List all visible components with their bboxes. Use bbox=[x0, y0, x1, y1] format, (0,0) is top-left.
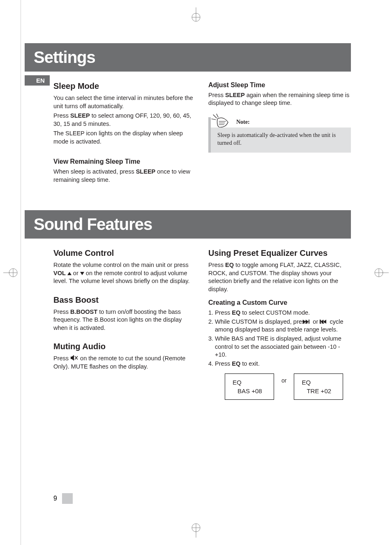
text-fragment: Press bbox=[53, 112, 70, 119]
volume-control-p1: Rotate the volume control on the main un… bbox=[53, 261, 196, 285]
bass-boost-heading: Bass Boost bbox=[53, 295, 196, 306]
svg-rect-21 bbox=[309, 320, 309, 324]
note-hand-icon bbox=[211, 113, 231, 134]
bboost-button-label: B.BOOST bbox=[70, 308, 97, 315]
eq-display-line2: BAS +08 bbox=[233, 387, 264, 395]
custom-step-4: 4. Press EQ to exit. bbox=[208, 360, 351, 368]
text-fragment: Press bbox=[208, 92, 225, 98]
text-fragment: 4. Press bbox=[208, 360, 232, 367]
sleep-mode-p3: The SLEEP icon lights on the display whe… bbox=[53, 130, 196, 146]
volume-control-heading: Volume Control bbox=[53, 248, 196, 259]
custom-step-2: 2. While CUSTOM is displayed, press or t… bbox=[208, 318, 351, 334]
svg-rect-22 bbox=[320, 320, 321, 324]
muting-audio-heading: Muting Audio bbox=[53, 341, 196, 352]
triangle-down-icon bbox=[80, 272, 84, 275]
page-number: 9 bbox=[53, 495, 57, 502]
sleep-mode-p1: You can select the time interval in minu… bbox=[53, 94, 196, 110]
note-label: Note: bbox=[211, 117, 351, 128]
page-number-area: 9 bbox=[53, 493, 73, 504]
svg-line-16 bbox=[213, 115, 217, 118]
triangle-up-icon bbox=[67, 272, 71, 275]
custom-curve-list: 1. Press EQ to select CUSTOM mode. 2. Wh… bbox=[208, 309, 351, 368]
eq-display-tre: EQ TRE +02 bbox=[294, 373, 343, 400]
eq-display-line1: EQ bbox=[233, 378, 264, 387]
crop-mark-right bbox=[372, 264, 389, 281]
sleep-button-label: SLEEP bbox=[70, 112, 90, 119]
vol-button-label: VOL bbox=[53, 270, 66, 276]
sleep-mode-heading: Sleep Mode bbox=[53, 81, 196, 92]
eq-button-label: EQ bbox=[225, 262, 234, 268]
sound-title: Sound Features bbox=[34, 215, 342, 234]
text-fragment: Press bbox=[53, 355, 70, 362]
crop-mark-bottom bbox=[188, 521, 204, 538]
preset-eq-heading: Using Preset Equalizer Curves bbox=[208, 248, 351, 259]
eq-display-line1: EQ bbox=[302, 378, 333, 387]
note-label-text: Note: bbox=[236, 119, 250, 125]
text-fragment: 2. While CUSTOM is displayed, press bbox=[208, 318, 309, 325]
text-fragment: 1. Press bbox=[208, 309, 232, 316]
bass-boost-p1: Press B.BOOST to turn on/off boosting th… bbox=[53, 308, 196, 332]
text-fragment: to select CUSTOM mode. bbox=[240, 309, 310, 316]
svg-line-18 bbox=[217, 114, 218, 117]
sleep-button-label: SLEEP bbox=[136, 168, 156, 175]
crop-mark-top bbox=[188, 7, 204, 24]
settings-header-bar: Settings bbox=[25, 43, 351, 72]
note-body: Sleep is automatically de-activated when… bbox=[217, 132, 344, 147]
eq-display-line2: TRE +02 bbox=[302, 387, 333, 395]
view-remaining-heading: View Remaining Sleep Time bbox=[53, 157, 196, 166]
custom-step-3: 3. While BAS and TRE is displayed, adjus… bbox=[208, 335, 351, 359]
preset-eq-p1: Press EQ to toggle among FLAT, JAZZ, CLA… bbox=[208, 261, 351, 293]
sleep-button-label: SLEEP bbox=[225, 92, 245, 98]
or-label: or bbox=[281, 377, 286, 397]
custom-curve-heading: Creating a Custom Curve bbox=[208, 298, 351, 307]
muting-audio-p1: Press on the remote to cut the sound (Re… bbox=[53, 355, 196, 371]
language-tab: EN bbox=[25, 75, 50, 86]
sleep-mode-p2: Press SLEEP to select among OFF, 120, 90… bbox=[53, 112, 196, 128]
text-fragment: or bbox=[71, 270, 80, 276]
eq-displays: EQ BAS +08 or EQ TRE +02 bbox=[225, 373, 351, 400]
text-fragment: Press bbox=[53, 308, 70, 315]
eq-display-bas: EQ BAS +08 bbox=[225, 373, 274, 400]
mute-icon bbox=[70, 355, 78, 363]
settings-title: Settings bbox=[34, 48, 342, 67]
custom-step-1: 1. Press EQ to select CUSTOM mode. bbox=[208, 309, 351, 317]
eq-button-label: EQ bbox=[232, 360, 240, 367]
crop-mark-left bbox=[3, 264, 20, 281]
page-number-box bbox=[62, 493, 73, 504]
adjust-sleep-heading: Adjust Sleep Time bbox=[208, 81, 351, 90]
page-margin-line bbox=[21, 0, 21, 545]
adjust-sleep-p1: Press SLEEP again when the remaining sle… bbox=[208, 91, 351, 107]
svg-line-17 bbox=[212, 119, 216, 120]
view-remaining-p1: When sleep is activated, press SLEEP onc… bbox=[53, 168, 196, 184]
text-fragment: to exit. bbox=[240, 360, 260, 367]
text-fragment: Rotate the volume control on the main un… bbox=[53, 262, 189, 268]
text-fragment: Press bbox=[208, 262, 225, 268]
text-fragment: When sleep is activated, press bbox=[53, 168, 136, 175]
eq-button-label: EQ bbox=[232, 309, 240, 316]
sound-header-bar: Sound Features bbox=[25, 210, 351, 239]
